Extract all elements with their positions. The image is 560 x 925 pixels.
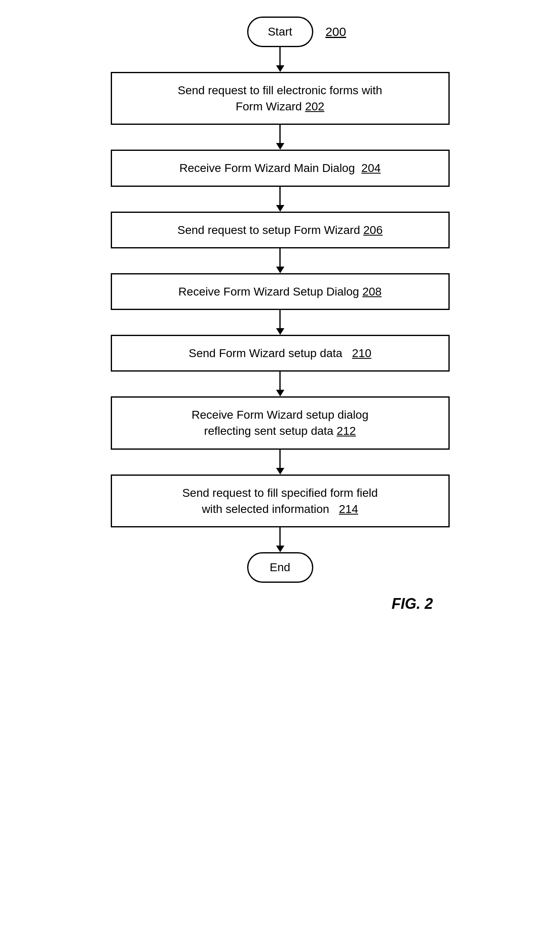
step-208-ref: 208	[362, 285, 382, 298]
step-204-box: Receive Form Wizard Main Dialog 204	[111, 150, 450, 186]
step-214-box: Send request to fill specified form fiel…	[111, 474, 450, 527]
start-ref: 200	[325, 25, 346, 39]
step-208-box: Receive Form Wizard Setup Dialog 208	[111, 273, 450, 310]
arrow-3	[276, 187, 284, 212]
arrow-2	[276, 125, 284, 150]
step-204-ref: 204	[361, 162, 381, 174]
step-202-text: Send request to fill electronic forms wi…	[178, 84, 382, 113]
end-terminal: End	[247, 552, 313, 583]
arrow-1	[276, 47, 284, 72]
step-212-ref: 212	[336, 424, 356, 437]
step-206-ref: 206	[363, 224, 383, 236]
figure-label: FIG. 2	[391, 595, 433, 613]
step-206-text: Send request to setup Form Wizard 206	[177, 224, 382, 236]
step-204-text: Receive Form Wizard Main Dialog 204	[179, 162, 381, 174]
step-208-text: Receive Form Wizard Setup Dialog 208	[179, 285, 382, 298]
flowchart-container: Start 200 Send request to fill electroni…	[94, 17, 466, 613]
start-terminal: Start	[247, 17, 313, 47]
start-row: Start 200	[247, 17, 313, 47]
arrow-8	[276, 527, 284, 552]
step-202-box: Send request to fill electronic forms wi…	[111, 72, 450, 125]
arrow-5	[276, 310, 284, 335]
step-210-text: Send Form Wizard setup data 210	[189, 347, 372, 360]
arrow-4	[276, 248, 284, 273]
step-210-box: Send Form Wizard setup data 210	[111, 335, 450, 372]
step-202-ref: 202	[305, 100, 324, 113]
start-label: Start	[268, 25, 292, 38]
step-212-text: Receive Form Wizard setup dialogreflecti…	[192, 408, 369, 437]
end-label: End	[270, 561, 291, 574]
step-206-box: Send request to setup Form Wizard 206	[111, 212, 450, 248]
arrow-7	[276, 450, 284, 474]
step-210-ref: 210	[352, 347, 372, 360]
step-212-box: Receive Form Wizard setup dialogreflecti…	[111, 396, 450, 449]
step-214-ref: 214	[339, 503, 358, 515]
arrow-6	[276, 372, 284, 396]
step-214-text: Send request to fill specified form fiel…	[182, 486, 378, 515]
